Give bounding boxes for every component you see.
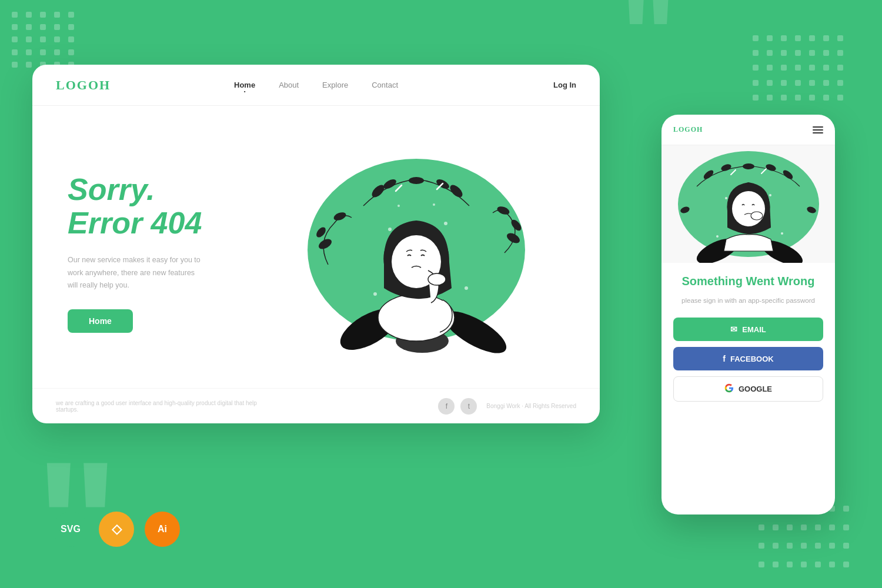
google-button[interactable]: GOOGLE [673,376,823,402]
nav-about[interactable]: About [279,81,299,89]
svg-point-9 [409,177,424,184]
svg-point-20 [444,222,447,225]
nav-explore[interactable]: Explore [322,81,348,89]
svg-point-23 [397,205,400,207]
facebook-button[interactable]: f FACEBOOK [673,347,823,370]
svg-badge: SVG [53,512,88,547]
desktop-mockup: LOGOH Home About Explore Contact Log In … [32,65,600,423]
email-icon: ✉ [730,325,737,334]
svg-point-18 [428,273,446,285]
svg-point-43 [781,232,783,235]
ai-badge-label: Ai [158,524,167,534]
hamburger-menu[interactable] [813,126,823,133]
hamburger-line-1 [813,126,823,128]
twitter-icon[interactable]: t [460,398,477,415]
svg-point-30 [743,163,754,169]
svg-point-38 [732,191,765,226]
desktop-footer: we are crafting a good user interface an… [32,388,600,423]
footer-copyright: Bonggi Work · All Rights Reserved [486,403,576,409]
mobile-error-illustration [662,145,835,263]
bg-quotemark-right: " [620,0,676,94]
bg-dots-tl [12,12,82,71]
svg-point-40 [725,197,727,199]
mobile-mockup: LOGOH [662,115,835,514]
footer-social-icons: f t [438,398,477,415]
bottom-badges: SVG ◇ Ai [53,512,180,547]
desktop-nav: LOGOH Home About Explore Contact Log In [32,65,600,106]
nav-contact[interactable]: Contact [372,81,398,89]
email-button-label: EMAIL [742,325,766,334]
ai-badge: Ai [145,512,180,547]
svg-point-22 [465,286,468,290]
footer-text: we are crafting a good user interface an… [56,400,268,413]
svg-point-41 [769,194,771,196]
error-description: Our new service makes it easy for you to… [68,254,203,292]
email-button[interactable]: ✉ EMAIL [673,318,823,341]
svg-point-24 [433,203,435,206]
sketch-badge-label: ◇ [112,522,122,537]
hamburger-line-2 [813,129,823,131]
bg-dots-tr [753,35,870,106]
facebook-button-label: FACEBOOK [730,355,774,363]
nav-home[interactable]: Home [234,81,255,89]
mobile-description: please sign in with an app-specific pass… [673,295,823,306]
error-title-line2: Error 404 [68,206,256,240]
mobile-logo: LOGOH [673,125,703,134]
desktop-illustration [256,147,576,359]
bg-dots-br [759,506,876,576]
google-button-label: GOOGLE [739,385,772,393]
desktop-logo: LOGOH [56,78,111,93]
mobile-illustration [662,145,835,263]
sketch-badge: ◇ [99,512,134,547]
svg-point-42 [716,235,719,238]
error-title: Sorry. Error 404 [68,173,256,240]
error-illustration [293,147,540,359]
facebook-icon[interactable]: f [438,398,455,415]
error-title-line1: Sorry. [68,173,256,206]
nav-links: Home About Explore Contact [234,81,398,89]
hamburger-line-3 [813,132,823,133]
mobile-header: LOGOH [662,115,835,145]
desktop-content: Sorry. Error 404 Our new service makes i… [32,106,600,388]
svg-point-39 [751,212,763,220]
svg-badge-label: SVG [61,524,81,534]
google-icon [724,383,734,395]
mobile-title: Something Went Wrong [673,275,823,288]
error-content: Sorry. Error 404 Our new service makes i… [68,173,256,333]
mobile-content: Something Went Wrong please sign in with… [662,263,835,413]
login-link[interactable]: Log In [553,81,576,89]
svg-point-19 [388,228,392,231]
svg-point-21 [373,292,377,296]
home-button[interactable]: Home [68,309,133,333]
facebook-icon: f [723,354,726,363]
